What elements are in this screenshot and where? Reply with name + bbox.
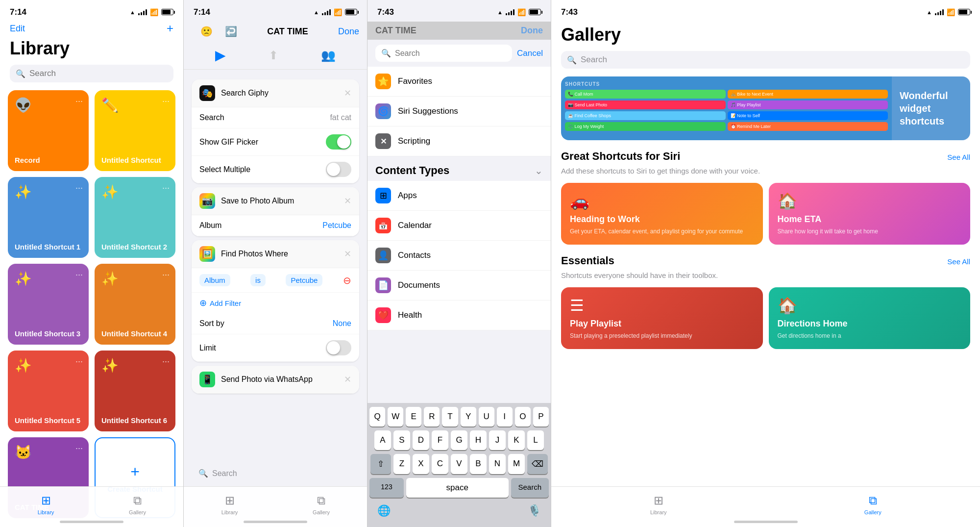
key-Y[interactable]: Y	[461, 407, 476, 427]
key-Q[interactable]: Q	[369, 407, 385, 427]
toggle-limit[interactable]	[326, 340, 351, 355]
category-scripting[interactable]: ✕ Scripting	[368, 126, 551, 156]
key-V[interactable]: V	[451, 454, 467, 474]
tile-untitled5[interactable]: ··· ✨ Untitled Shortcut 5	[8, 351, 89, 431]
content-type-calendar[interactable]: 📅 Calendar	[368, 211, 551, 241]
key-search[interactable]: Search	[511, 478, 549, 498]
tile-menu-icon[interactable]: ···	[162, 96, 170, 106]
tile-record[interactable]: ··· 👽 Record	[8, 90, 89, 171]
key-B[interactable]: B	[470, 454, 487, 474]
gallery-search-bar[interactable]: 🔍 Search	[561, 51, 970, 69]
key-N[interactable]: N	[489, 454, 506, 474]
panel3-search-input[interactable]	[395, 49, 506, 58]
key-E[interactable]: E	[406, 407, 421, 427]
essentials-see-all[interactable]: See All	[947, 257, 970, 266]
key-globe[interactable]: 🌐	[377, 504, 391, 517]
content-type-health[interactable]: ❤️ Health	[368, 301, 551, 330]
tile-name-red: Untitled Shortcut 5	[15, 416, 82, 425]
card-play-playlist[interactable]: ☰ Play Playlist Start playing a preselec…	[561, 287, 763, 349]
field-value-sort[interactable]: None	[333, 319, 351, 328]
field-value-search[interactable]: fat cat	[330, 113, 351, 122]
content-type-apps[interactable]: ⊞ Apps	[368, 181, 551, 211]
key-J[interactable]: J	[489, 430, 506, 450]
emoji-left-btn[interactable]: 🙁	[192, 25, 221, 37]
add-shortcut-button[interactable]: +	[167, 22, 173, 35]
field-value-album[interactable]: Petcube	[322, 221, 351, 230]
key-M[interactable]: M	[508, 454, 525, 474]
key-U[interactable]: U	[479, 407, 494, 427]
add-filter-button[interactable]: ⊕ Add Filter	[192, 293, 359, 313]
panel2-search-bar[interactable]: 🔍 Search	[192, 464, 359, 483]
signal-bar	[506, 13, 507, 15]
filter-op[interactable]: is	[250, 274, 266, 286]
key-S[interactable]: S	[393, 430, 410, 450]
documents-icon: 📄	[375, 277, 391, 293]
library-search-bar[interactable]: 🔍	[10, 65, 173, 82]
tile-untitled6[interactable]: ··· ✨ Untitled Shortcut 6	[95, 351, 175, 431]
tile-menu-icon[interactable]: ···	[75, 183, 83, 193]
remove-filter-button[interactable]: ⊖	[343, 275, 351, 286]
tile-untitled-yellow[interactable]: ··· ✏️ Untitled Shortcut	[95, 90, 175, 171]
featured-banner[interactable]: SHORTCUTS 📞 Call Mom 🚲 Bike to Next Even…	[561, 76, 970, 140]
toggle-gif-picker[interactable]	[326, 134, 351, 150]
content-type-contacts[interactable]: 👤 Contacts	[368, 241, 551, 271]
key-backspace[interactable]: ⌫	[527, 454, 548, 474]
key-A[interactable]: A	[374, 430, 391, 450]
card-heading-to-work[interactable]: 🚗 Heading to Work Get your ETA, calendar…	[561, 183, 763, 245]
share-icon[interactable]: ⬆	[269, 49, 278, 62]
key-X[interactable]: X	[413, 454, 429, 474]
key-P[interactable]: P	[533, 407, 549, 427]
filter-value[interactable]: Petcube	[286, 274, 322, 286]
key-C[interactable]: C	[432, 454, 448, 474]
key-T[interactable]: T	[442, 407, 458, 427]
key-D[interactable]: D	[413, 430, 429, 450]
tab-gallery-gallery[interactable]: ⧉ Gallery	[766, 487, 980, 527]
content-types-chevron[interactable]: ⌄	[535, 165, 543, 176]
card-directions-home[interactable]: 🏠 Directions Home Get directions home in…	[769, 287, 971, 349]
siri-see-all[interactable]: See All	[947, 153, 970, 161]
key-L[interactable]: L	[527, 430, 544, 450]
filter-field[interactable]: Album	[199, 274, 230, 286]
key-F[interactable]: F	[432, 430, 448, 450]
category-favorites[interactable]: ⭐ Favorites	[368, 67, 551, 97]
toggle-select-multiple[interactable]	[326, 162, 351, 177]
emoji-right-btn[interactable]: ↩️	[225, 25, 237, 37]
key-space[interactable]: space	[406, 478, 509, 498]
play-button[interactable]: ▶	[215, 47, 226, 63]
tile-untitled3[interactable]: ··· ✨ Untitled Shortcut 3	[8, 264, 89, 345]
category-siri[interactable]: 🌀 Siri Suggestions	[368, 97, 551, 126]
library-search-input[interactable]	[29, 69, 168, 78]
tile-untitled1[interactable]: ··· ✨ Untitled Shortcut 1	[8, 177, 89, 258]
tile-menu-icon[interactable]: ···	[162, 183, 170, 193]
panel3-search-bar[interactable]: 🔍	[375, 45, 512, 62]
key-G[interactable]: G	[451, 430, 467, 450]
key-W[interactable]: W	[388, 407, 403, 427]
tile-menu-icon[interactable]: ···	[162, 270, 170, 280]
people-icon[interactable]: 👥	[321, 49, 336, 62]
action-close-giphy[interactable]: ✕	[344, 88, 351, 99]
key-I[interactable]: I	[497, 407, 513, 427]
panel2-done-button[interactable]: Done	[338, 26, 359, 37]
key-shift[interactable]: ⇧	[370, 454, 391, 474]
key-K[interactable]: K	[508, 430, 525, 450]
key-Z[interactable]: Z	[393, 454, 410, 474]
key-O[interactable]: O	[515, 407, 531, 427]
tile-untitled2[interactable]: ··· ✨ Untitled Shortcut 2	[95, 177, 175, 258]
cancel-button[interactable]: Cancel	[517, 49, 543, 58]
card-home-eta[interactable]: 🏠 Home ETA Share how long it will take t…	[769, 183, 971, 245]
key-123[interactable]: 123	[369, 478, 404, 498]
tile-menu-icon[interactable]: ···	[75, 96, 83, 106]
key-mic[interactable]: 🎙️	[528, 504, 541, 517]
content-type-documents[interactable]: 📄 Documents	[368, 271, 551, 301]
key-R[interactable]: R	[424, 407, 440, 427]
tile-menu-icon[interactable]: ···	[75, 443, 83, 453]
tile-menu-icon[interactable]: ···	[162, 356, 170, 367]
key-H[interactable]: H	[470, 430, 487, 450]
tile-menu-icon[interactable]: ···	[75, 356, 83, 367]
action-close-find[interactable]: ✕	[344, 249, 351, 259]
action-close-whatsapp[interactable]: ✕	[344, 374, 351, 385]
action-close-save[interactable]: ✕	[344, 196, 351, 206]
tile-untitled4[interactable]: ··· ✨ Untitled Shortcut 4	[95, 264, 175, 345]
tile-menu-icon[interactable]: ···	[75, 270, 83, 280]
edit-button[interactable]: Edit	[10, 24, 25, 34]
